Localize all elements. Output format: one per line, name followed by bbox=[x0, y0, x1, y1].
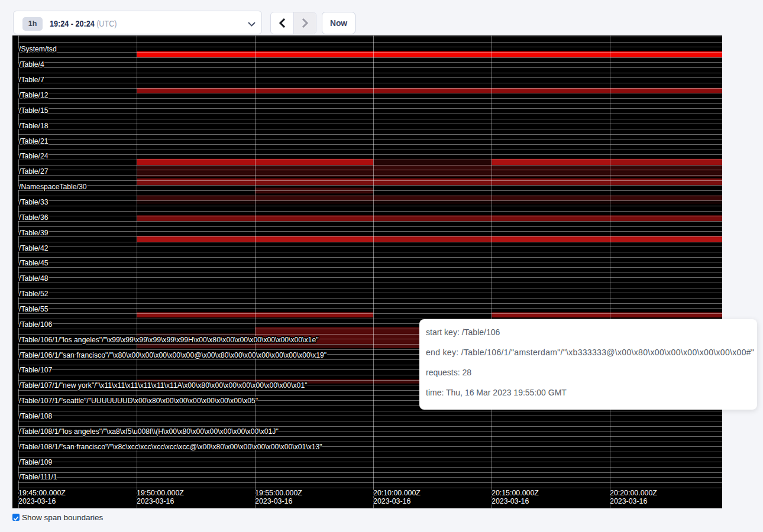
svg-text:2023-03-16: 2023-03-16 bbox=[18, 497, 56, 505]
svg-text:/Table/52: /Table/52 bbox=[19, 290, 49, 298]
svg-text:20:10:00.000Z: 20:10:00.000Z bbox=[373, 489, 421, 497]
svg-text:19:55:00.000Z: 19:55:00.000Z bbox=[255, 489, 302, 497]
svg-text:/Table/24: /Table/24 bbox=[19, 152, 49, 160]
svg-text:19:45:00.000Z: 19:45:00.000Z bbox=[18, 489, 66, 497]
svg-text:/Table/111/1: /Table/111/1 bbox=[19, 473, 57, 481]
svg-text:/Table/18: /Table/18 bbox=[19, 122, 49, 130]
svg-text:/Table/107: /Table/107 bbox=[19, 366, 52, 374]
svg-text:/Table/106: /Table/106 bbox=[19, 320, 52, 329]
svg-text:/Table/15: /Table/15 bbox=[19, 106, 49, 115]
svg-text:/Table/109: /Table/109 bbox=[19, 458, 52, 466]
svg-text:/Table/12: /Table/12 bbox=[19, 91, 49, 99]
svg-text:2023-03-16: 2023-03-16 bbox=[137, 497, 174, 505]
svg-text:2023-03-16: 2023-03-16 bbox=[255, 497, 292, 505]
svg-text:/Table/108/1/"san francisco"/": /Table/108/1/"san francisco"/"\x8c\xcc\x… bbox=[19, 443, 322, 451]
svg-text:/Table/21: /Table/21 bbox=[19, 137, 49, 145]
svg-text:/Table/106/1/"san francisco"/": /Table/106/1/"san francisco"/"\x80\x00\x… bbox=[19, 351, 326, 359]
svg-text:/Table/39: /Table/39 bbox=[19, 229, 49, 237]
svg-text:/System/tsd: /System/tsd bbox=[19, 45, 57, 53]
svg-text:/Table/107/1/"seattle"/"UUUUUU: /Table/107/1/"seattle"/"UUUUUUUD\x00\x80… bbox=[19, 397, 258, 405]
svg-text:20:20:00.000Z: 20:20:00.000Z bbox=[610, 489, 657, 497]
svg-text:/Table/42: /Table/42 bbox=[19, 244, 49, 252]
svg-text:/Table/27: /Table/27 bbox=[19, 167, 49, 176]
svg-text:/Table/45: /Table/45 bbox=[19, 259, 49, 267]
svg-text:/Table/108/1/"los angeles"/"\x: /Table/108/1/"los angeles"/"\xa8\xf5\u00… bbox=[19, 427, 279, 436]
svg-text:2023-03-16: 2023-03-16 bbox=[492, 497, 529, 505]
svg-text:/Table/33: /Table/33 bbox=[19, 198, 49, 206]
svg-text:2023-03-16: 2023-03-16 bbox=[610, 497, 647, 505]
svg-text:/NamespaceTable/30: /NamespaceTable/30 bbox=[19, 183, 87, 191]
svg-text:2023-03-16: 2023-03-16 bbox=[373, 497, 410, 505]
svg-text:/Table/107/1/"new york"/"\x11\: /Table/107/1/"new york"/"\x11\x11\x11\x1… bbox=[19, 381, 308, 390]
svg-text:/Table/4: /Table/4 bbox=[19, 60, 44, 69]
svg-text:/Table/55: /Table/55 bbox=[19, 305, 49, 313]
svg-text:19:50:00.000Z: 19:50:00.000Z bbox=[137, 489, 184, 497]
svg-text:/Table/106/1/"los angeles"/"\x: /Table/106/1/"los angeles"/"\x99\x99\x99… bbox=[19, 336, 318, 344]
svg-text:/Table/48: /Table/48 bbox=[19, 274, 49, 283]
svg-text:/Table/108: /Table/108 bbox=[19, 412, 52, 420]
svg-text:/Table/7: /Table/7 bbox=[19, 76, 44, 84]
svg-text:20:15:00.000Z: 20:15:00.000Z bbox=[492, 489, 539, 497]
svg-text:/Table/36: /Table/36 bbox=[19, 213, 49, 222]
